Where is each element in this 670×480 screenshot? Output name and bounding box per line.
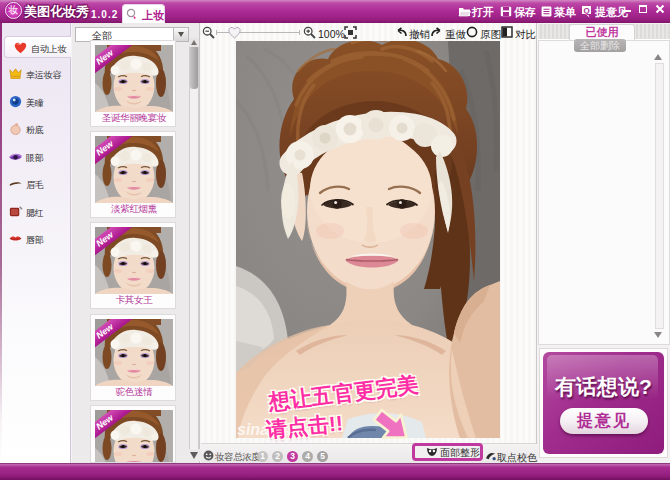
- svg-text:Q: Q: [583, 6, 589, 15]
